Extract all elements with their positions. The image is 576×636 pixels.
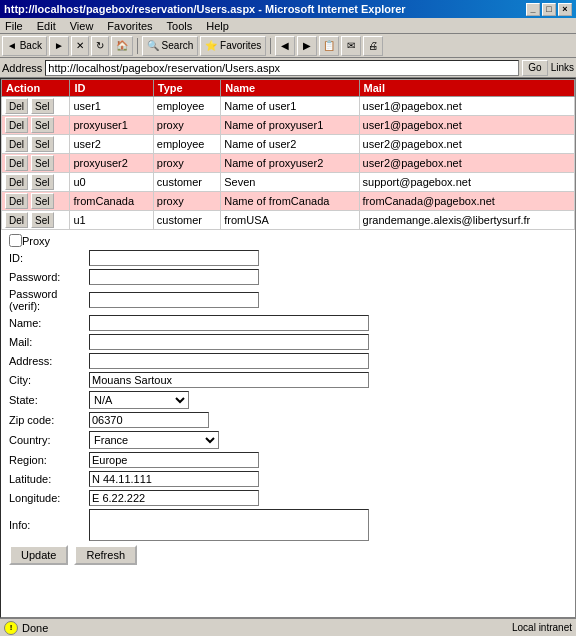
mail-input[interactable]	[89, 334, 369, 350]
mail-cell: grandemange.alexis@libertysurf.fr	[359, 211, 574, 230]
mail-cell: user1@pagebox.net	[359, 116, 574, 135]
menu-favorites[interactable]: Favorites	[104, 20, 155, 32]
type-cell: proxy	[153, 116, 220, 135]
city-row: City:	[9, 372, 567, 388]
sel-button[interactable]: Sel	[31, 155, 53, 171]
zipcode-label: Zip code:	[9, 414, 89, 426]
maximize-button[interactable]: □	[542, 3, 556, 16]
toolbar-icon5[interactable]: 🖨	[363, 36, 383, 56]
longitude-input[interactable]	[89, 490, 259, 506]
sel-button[interactable]: Sel	[31, 98, 53, 114]
back-button[interactable]: ◄ Back	[2, 36, 47, 56]
name-cell: Name of proxyuser2	[221, 154, 359, 173]
mail-cell: user2@pagebox.net	[359, 154, 574, 173]
name-cell: Name of user2	[221, 135, 359, 154]
menu-view[interactable]: View	[67, 20, 97, 32]
address-label: Address	[2, 62, 42, 74]
sel-button[interactable]: Sel	[31, 212, 53, 228]
proxy-checkbox[interactable]	[9, 234, 22, 247]
sel-button[interactable]: Sel	[31, 117, 53, 133]
country-select[interactable]: France Canada USA	[89, 431, 219, 449]
del-button[interactable]: Del	[5, 155, 28, 171]
window-title: http://localhost/pagebox/reservation/Use…	[4, 3, 406, 15]
favorites-toolbar-button[interactable]: ⭐ Favorites	[200, 36, 266, 56]
password-input[interactable]	[89, 269, 259, 285]
separator2	[270, 38, 271, 54]
mail-cell: fromCanada@pagebox.net	[359, 192, 574, 211]
state-select[interactable]: N/A	[89, 391, 189, 409]
address-form-label: Address:	[9, 355, 89, 367]
city-label: City:	[9, 374, 89, 386]
address-input[interactable]	[89, 353, 369, 369]
type-cell: customer	[153, 211, 220, 230]
toolbar-icon2[interactable]: ▶	[297, 36, 317, 56]
del-button[interactable]: Del	[5, 193, 28, 209]
update-button[interactable]: Update	[9, 545, 68, 565]
address-bar: Address Go Links	[0, 58, 576, 78]
status-zone: Local intranet	[512, 622, 572, 633]
proxy-label: Proxy	[22, 235, 50, 247]
del-button[interactable]: Del	[5, 136, 28, 152]
type-cell: proxy	[153, 192, 220, 211]
menu-edit[interactable]: Edit	[34, 20, 59, 32]
password-verif-input[interactable]	[89, 292, 259, 308]
del-button[interactable]: Del	[5, 117, 28, 133]
id-cell: fromCanada	[70, 192, 153, 211]
del-button[interactable]: Del	[5, 174, 28, 190]
refresh-button[interactable]: Refresh	[74, 545, 137, 565]
minimize-button[interactable]: _	[526, 3, 540, 16]
forward-button[interactable]: ►	[49, 36, 69, 56]
table-row: Del Sel user2 employee Name of user2 use…	[2, 135, 575, 154]
toolbar-icon4[interactable]: ✉	[341, 36, 361, 56]
go-button[interactable]: Go	[522, 60, 547, 76]
address-input[interactable]	[45, 60, 519, 76]
stop-button[interactable]: ✕	[71, 36, 89, 56]
status-left: ! Done	[4, 621, 48, 635]
links-button[interactable]: Links	[551, 62, 574, 73]
toolbar-icon1[interactable]: ◀	[275, 36, 295, 56]
menu-help[interactable]: Help	[203, 20, 232, 32]
state-row: State: N/A	[9, 391, 567, 409]
col-name: Name	[221, 80, 359, 97]
info-row: Info:	[9, 509, 567, 541]
title-bar: http://localhost/pagebox/reservation/Use…	[0, 0, 576, 18]
zipcode-row: Zip code:	[9, 412, 567, 428]
id-cell: user2	[70, 135, 153, 154]
search-toolbar-button[interactable]: 🔍 Search	[142, 36, 198, 56]
latitude-input[interactable]	[89, 471, 259, 487]
del-button[interactable]: Del	[5, 212, 28, 228]
close-button[interactable]: ×	[558, 3, 572, 16]
name-input[interactable]	[89, 315, 369, 331]
state-label: State:	[9, 394, 89, 406]
sel-button[interactable]: Sel	[31, 193, 53, 209]
longitude-row: Longitude:	[9, 490, 567, 506]
title-bar-buttons: _ □ ×	[526, 3, 572, 16]
action-cell: Del Sel	[2, 97, 70, 116]
menu-tools[interactable]: Tools	[164, 20, 196, 32]
name-cell: Name of proxyuser1	[221, 116, 359, 135]
zipcode-input[interactable]	[89, 412, 209, 428]
region-input[interactable]	[89, 452, 259, 468]
home-button[interactable]: 🏠	[111, 36, 133, 56]
mail-cell: user1@pagebox.net	[359, 97, 574, 116]
id-cell: user1	[70, 97, 153, 116]
latitude-row: Latitude:	[9, 471, 567, 487]
menu-file[interactable]: File	[2, 20, 26, 32]
del-button[interactable]: Del	[5, 98, 28, 114]
content-area: Action ID Type Name Mail Del Sel user1 e…	[0, 78, 576, 618]
sel-button[interactable]: Sel	[31, 136, 53, 152]
info-textarea[interactable]	[89, 509, 369, 541]
id-label: ID:	[9, 252, 89, 264]
mail-cell: user2@pagebox.net	[359, 135, 574, 154]
toolbar-icon3[interactable]: 📋	[319, 36, 339, 56]
table-row: Del Sel u1 customer fromUSA grandemange.…	[2, 211, 575, 230]
id-input[interactable]	[89, 250, 259, 266]
country-row: Country: France Canada USA	[9, 431, 567, 449]
id-cell: u1	[70, 211, 153, 230]
refresh-toolbar-button[interactable]: ↻	[91, 36, 109, 56]
type-cell: proxy	[153, 154, 220, 173]
sel-button[interactable]: Sel	[31, 174, 53, 190]
name-label: Name:	[9, 317, 89, 329]
city-input[interactable]	[89, 372, 369, 388]
address-row: Address:	[9, 353, 567, 369]
